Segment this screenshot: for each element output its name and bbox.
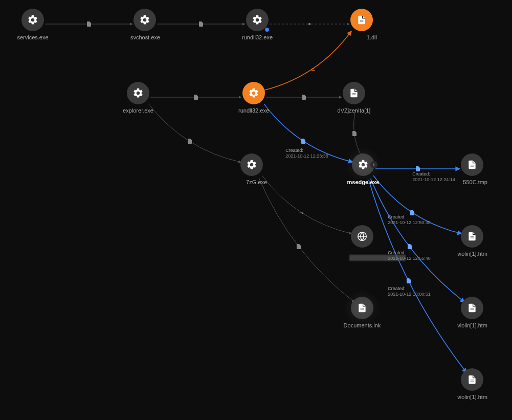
gear-icon: [240, 153, 263, 176]
gear-icon: [246, 9, 269, 31]
file-sm-icon: [295, 243, 302, 250]
node-rundll32_b[interactable]: rundll32.exe: [238, 82, 269, 115]
download-sm-icon: [309, 65, 317, 72]
node-label: Documents.lnk: [344, 322, 381, 328]
file-sm-icon: [300, 94, 307, 101]
file-icon: [351, 297, 373, 319]
node-label: violin[1].htm: [457, 251, 487, 257]
dash-sm-icon: [306, 20, 313, 28]
globe-icon: [351, 225, 373, 248]
edge-label: Created:2021-10-12 13:00:51: [388, 286, 431, 297]
node-explorer[interactable]: explorer.exe: [123, 82, 153, 115]
edge-msedge-violin3[interactable]: [369, 180, 466, 372]
node-550c[interactable]: 550C.tmp: [457, 153, 487, 186]
edge-label: Created:2021-10-12 12:55:48: [388, 250, 431, 261]
gear-icon: [133, 9, 156, 31]
node-msedge[interactable]: +msedge.exe: [348, 153, 379, 186]
svg-rect-4: [471, 165, 474, 165]
file-sm-blue-icon: [406, 243, 413, 250]
node-onedll[interactable]: 1.dll: [346, 9, 377, 41]
file-sm-blue-icon: [300, 138, 307, 145]
svg-point-15: [308, 23, 310, 25]
node-label: rundll32.exe: [242, 34, 273, 40]
edge-7zg-documents[interactable]: [259, 179, 355, 302]
edge-label: Created:2021-10-12 12:50:38: [388, 214, 431, 226]
node-label: svchost.exe: [130, 34, 160, 40]
edge-7zg-globe[interactable]: [262, 175, 352, 234]
file-icon: [461, 225, 483, 248]
gear-icon: +: [352, 153, 374, 176]
file-sm-icon: [197, 20, 205, 28]
node-label: services.exe: [17, 34, 48, 40]
node-label: explorer.exe: [123, 107, 153, 114]
svg-rect-3: [352, 95, 356, 95]
gear-icon: [127, 82, 149, 104]
node-services[interactable]: services.exe: [17, 9, 48, 41]
file-icon: [350, 9, 373, 31]
node-violin3[interactable]: violin[1].htm: [457, 368, 487, 401]
node-7zg[interactable]: 7zG.exe: [236, 153, 267, 186]
node-documents[interactable]: Documents.lnk: [347, 297, 377, 329]
edge-label: Created:2021-10-12 12:23:38: [285, 148, 328, 159]
file-sm-icon: [192, 94, 199, 101]
node-label: 550C.tmp: [463, 179, 487, 185]
svg-rect-2: [352, 93, 356, 94]
node-label: violin[1].htm: [457, 394, 487, 400]
node-label: dVZjzenIta[1]: [338, 107, 371, 114]
svg-rect-11: [471, 308, 474, 308]
node-label: msedge.exe: [347, 179, 380, 185]
gear-icon: [21, 9, 44, 31]
file-sm-blue-icon: [405, 277, 412, 284]
node-label: 7zG.exe: [246, 179, 267, 185]
edge-explorer-7zg[interactable]: [148, 104, 241, 162]
svg-rect-7: [471, 236, 474, 237]
file-sm-icon: [351, 130, 358, 137]
svg-rect-12: [471, 310, 474, 310]
gear-icon: [242, 82, 265, 104]
file-icon: [343, 82, 365, 104]
svg-rect-1: [360, 21, 364, 22]
edge-label: Created:2021-10-12 12:24:14: [412, 171, 455, 183]
svg-rect-13: [471, 380, 474, 380]
edge-msedge-violin2[interactable]: [371, 179, 465, 302]
graph-canvas: [0, 0, 512, 420]
file-icon: [461, 297, 483, 319]
arrow-sm-icon: [298, 209, 305, 216]
node-label: 1.dll: [367, 34, 377, 40]
node-globe[interactable]: [347, 225, 377, 257]
node-dvz[interactable]: dVZjzenIta[1]: [339, 82, 369, 115]
svg-rect-0: [360, 20, 364, 20]
svg-rect-9: [361, 308, 364, 308]
svg-rect-8: [471, 238, 474, 238]
node-violin2[interactable]: violin[1].htm: [457, 297, 487, 329]
svg-rect-5: [471, 166, 474, 167]
file-sm-icon: [186, 138, 193, 145]
file-sm-icon: [85, 20, 93, 28]
node-label: violin[1].htm: [457, 322, 487, 328]
svg-rect-10: [361, 310, 364, 310]
node-rundll32_a[interactable]: rundll32.exe: [242, 9, 273, 41]
node-violin1[interactable]: violin[1].htm: [457, 225, 487, 258]
file-icon: [461, 368, 483, 391]
svg-rect-14: [471, 381, 474, 382]
node-svchost[interactable]: svchost.exe: [129, 9, 160, 41]
file-icon: [461, 153, 483, 176]
node-label: rundll32.exe: [238, 107, 269, 114]
